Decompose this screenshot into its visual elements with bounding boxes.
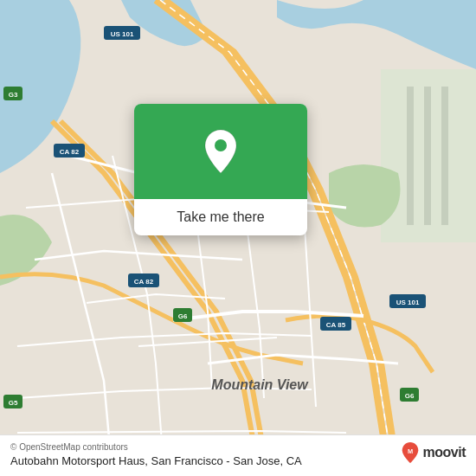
location-info: Autobahn Motorsport Haus, San Francisco … xyxy=(10,454,466,467)
svg-text:G5: G5 xyxy=(9,399,18,407)
map-attribution: © OpenStreetMap contributors xyxy=(10,442,466,452)
svg-text:CA 82: CA 82 xyxy=(134,278,154,286)
svg-rect-2 xyxy=(407,87,414,225)
moovit-wordmark: moovit xyxy=(423,445,466,460)
take-me-there-button[interactable]: Take me there xyxy=(177,209,264,225)
svg-text:CA 82: CA 82 xyxy=(60,148,80,156)
map-background: US 101 US 101 US 101 CA 82 CA 82 CA 85 G… xyxy=(0,0,476,476)
svg-text:G6: G6 xyxy=(178,312,188,320)
svg-text:US 101: US 101 xyxy=(396,299,420,306)
svg-rect-4 xyxy=(441,87,448,225)
location-pin-icon xyxy=(202,128,240,175)
popup-action-area[interactable]: Take me there xyxy=(134,199,307,235)
svg-text:Mountain View: Mountain View xyxy=(211,377,309,392)
svg-rect-3 xyxy=(424,87,431,225)
svg-text:M: M xyxy=(407,447,412,455)
map-container: US 101 US 101 US 101 CA 82 CA 82 CA 85 G… xyxy=(0,0,476,476)
svg-text:US 101: US 101 xyxy=(111,30,134,38)
moovit-pin-icon: M xyxy=(401,441,420,464)
svg-text:CA 85: CA 85 xyxy=(326,321,346,329)
location-popup: Take me there xyxy=(134,104,307,235)
svg-text:G6: G6 xyxy=(405,392,415,400)
svg-point-26 xyxy=(215,139,227,151)
popup-header xyxy=(134,104,307,199)
svg-text:G3: G3 xyxy=(9,91,18,99)
moovit-logo: M moovit xyxy=(401,441,466,464)
